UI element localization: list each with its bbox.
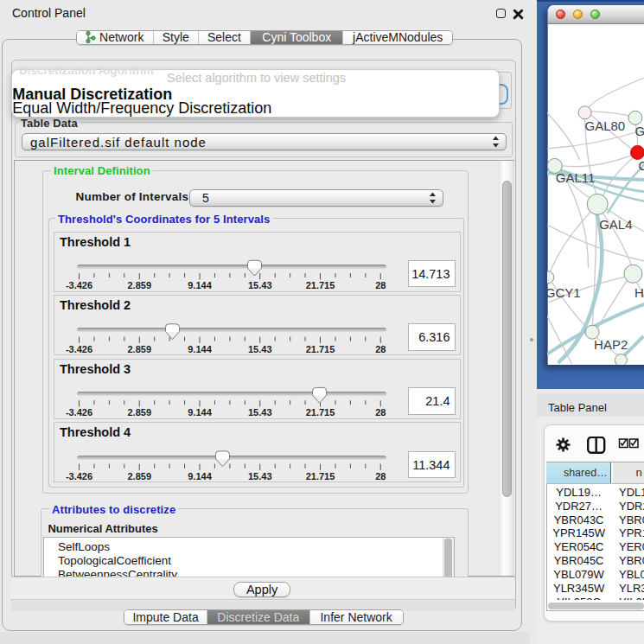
svg-text:HI: HI [634,285,644,300]
svg-text:C: C [638,158,644,173]
svg-text:GAL80: GAL80 [584,118,625,133]
svg-text:HAP2: HAP2 [594,337,628,352]
svg-text:GCY1: GCY1 [547,285,581,300]
svg-text:GAL11: GAL11 [555,170,595,185]
svg-text:GA: GA [634,124,644,138]
svg-text:GAL4: GAL4 [599,217,632,232]
